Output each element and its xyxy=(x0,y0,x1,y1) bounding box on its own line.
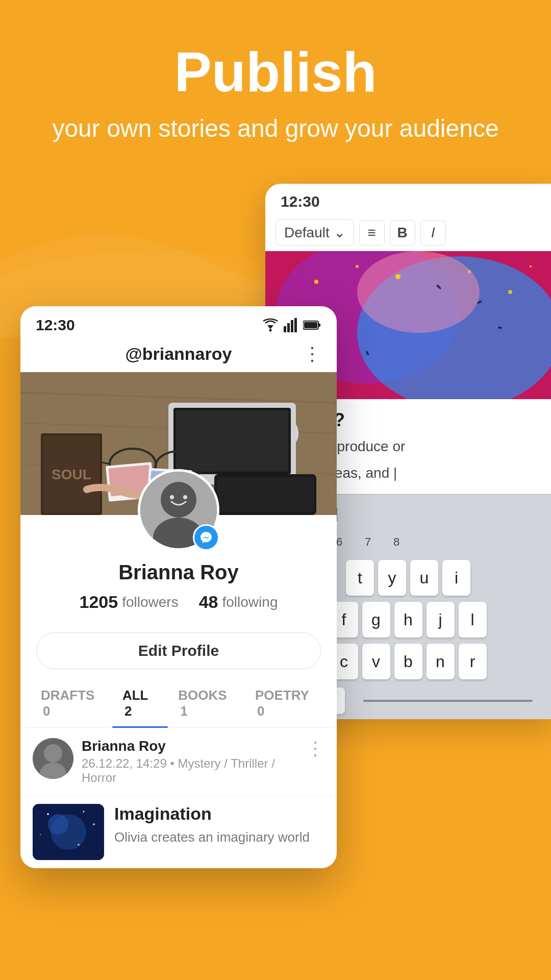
svg-point-60 xyxy=(47,813,49,815)
key-u[interactable]: u xyxy=(410,560,438,596)
signal-icon xyxy=(284,318,299,332)
key-r[interactable]: r xyxy=(459,644,487,679)
svg-point-61 xyxy=(83,811,85,813)
story-more-icon[interactable]: ⋮ xyxy=(306,738,324,760)
followers-stat: 1205 followers xyxy=(80,592,179,612)
story-date: 26.12.22, 14:29 • Mystery / Thriller / H… xyxy=(82,756,298,785)
svg-point-4 xyxy=(314,280,318,284)
profile-name: Brianna Roy xyxy=(36,561,321,584)
svg-rect-17 xyxy=(284,326,286,332)
font-selector[interactable]: Default ⌄ xyxy=(276,219,354,246)
key-i[interactable]: i xyxy=(442,560,470,596)
editor-toolbar: Default ⌄ ≡ B I xyxy=(265,214,551,251)
wifi-icon xyxy=(261,318,280,332)
chevron-down-icon: ⌄ xyxy=(334,224,345,241)
hero-title: Publish xyxy=(174,41,377,103)
following-count: 48 xyxy=(199,592,218,612)
tab-books[interactable]: BOOKS 1 xyxy=(168,679,245,727)
key-v[interactable]: v xyxy=(362,644,390,679)
svg-point-3 xyxy=(357,251,480,333)
cover-photo: SOUL xyxy=(20,372,337,515)
story-author-avatar xyxy=(33,738,73,779)
key-b[interactable]: b xyxy=(394,644,422,679)
tab-poetry[interactable]: POETRY 0 xyxy=(245,679,327,727)
status-bar: 12:30 xyxy=(20,306,337,339)
tab-drafts[interactable]: DRAFTS 0 xyxy=(31,679,112,727)
svg-rect-48 xyxy=(217,477,314,512)
messenger-badge[interactable] xyxy=(193,524,219,551)
editor-time: 12:30 xyxy=(265,184,551,214)
key-t[interactable]: t xyxy=(346,560,374,596)
svg-rect-22 xyxy=(304,322,317,328)
phone-time: 12:30 xyxy=(36,316,75,334)
svg-point-63 xyxy=(40,834,41,835)
bold-button[interactable]: B xyxy=(390,220,415,246)
svg-point-59 xyxy=(48,814,68,835)
svg-point-53 xyxy=(183,495,187,499)
username: @briannaroy xyxy=(126,344,232,364)
key-j[interactable]: j xyxy=(427,602,455,638)
following-stat: 48 following xyxy=(199,592,278,612)
svg-marker-15 xyxy=(267,325,273,329)
svg-rect-19 xyxy=(291,320,293,332)
book-cover-image xyxy=(33,804,104,860)
svg-rect-18 xyxy=(287,323,290,332)
followers-label: followers xyxy=(122,594,178,610)
bottom-strip xyxy=(0,929,551,980)
story-meta: Brianna Roy 26.12.22, 14:29 • Mystery / … xyxy=(82,738,298,785)
key-l[interactable]: l xyxy=(459,602,487,638)
book-title: Imagination xyxy=(114,804,324,824)
more-options-icon[interactable]: ⋮ xyxy=(303,344,321,365)
svg-rect-23 xyxy=(318,324,320,327)
key-n[interactable]: n xyxy=(427,644,455,679)
svg-point-6 xyxy=(395,274,400,279)
key-g[interactable]: g xyxy=(362,602,390,638)
svg-rect-34 xyxy=(176,410,288,472)
spacebar[interactable] xyxy=(363,700,533,702)
tab-all[interactable]: ALL 2 xyxy=(112,679,168,727)
svg-point-16 xyxy=(269,329,272,332)
book-info: Imagination Olivia creates an imaginary … xyxy=(114,804,324,846)
svg-point-5 xyxy=(356,265,359,268)
key-y[interactable]: y xyxy=(378,560,406,596)
followers-count: 1205 xyxy=(80,592,118,612)
status-icons xyxy=(261,318,321,332)
book-item: Imagination Olivia creates an imaginary … xyxy=(20,796,337,868)
edit-profile-button[interactable]: Edit Profile xyxy=(36,632,321,669)
phone-card: 12:30 @brianna xyxy=(20,306,337,868)
italic-button[interactable]: I xyxy=(420,220,446,246)
profile-header: @briannaroy ⋮ xyxy=(20,339,337,372)
following-label: following xyxy=(222,594,278,610)
svg-point-64 xyxy=(78,844,80,846)
tabs-row: DRAFTS 0 ALL 2 BOOKS 1 POETRY 0 xyxy=(20,679,337,728)
svg-rect-20 xyxy=(294,318,297,332)
align-button[interactable]: ≡ xyxy=(359,220,385,246)
story-author-name: Brianna Roy xyxy=(82,738,298,754)
avatar xyxy=(138,469,219,551)
svg-point-50 xyxy=(161,482,196,518)
svg-point-7 xyxy=(468,270,471,273)
svg-point-62 xyxy=(93,823,95,825)
font-label: Default xyxy=(284,225,330,241)
svg-point-9 xyxy=(530,265,532,267)
svg-text:SOUL: SOUL xyxy=(52,467,91,482)
svg-point-8 xyxy=(508,290,512,294)
svg-point-55 xyxy=(44,744,62,763)
messenger-icon xyxy=(199,530,213,545)
battery-icon xyxy=(303,320,321,330)
hero-subtitle: your own stories and grow your audience xyxy=(21,113,529,144)
avatar-ring xyxy=(138,469,219,551)
profile-stats: 1205 followers 48 following xyxy=(36,592,321,612)
story-item: Brianna Roy 26.12.22, 14:29 • Mystery / … xyxy=(20,728,337,796)
svg-point-52 xyxy=(170,495,174,499)
key-h[interactable]: h xyxy=(394,602,422,638)
book-description: Olivia creates an imaginary world xyxy=(114,828,324,846)
